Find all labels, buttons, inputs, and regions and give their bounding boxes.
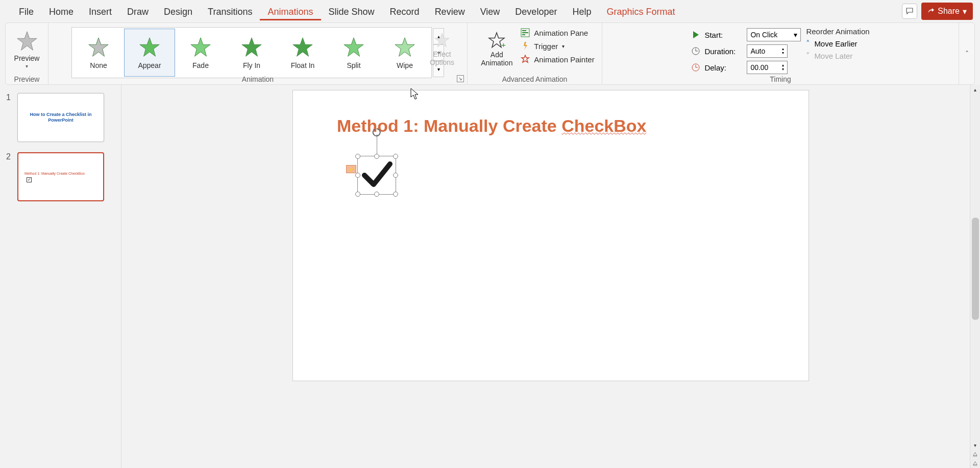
- animation-order-tag[interactable]: ⚡: [346, 165, 356, 173]
- tab-transitions[interactable]: Transitions: [200, 3, 260, 20]
- tab-draw[interactable]: Draw: [119, 3, 156, 20]
- vertical-scrollbar[interactable]: ▴ ▾ ⧋ ⧋: [970, 85, 980, 468]
- duration-spinner[interactable]: Auto ▴▾: [747, 44, 788, 58]
- slide-canvas-area: Method 1: Manually Create CheckBox ⚡: [121, 85, 980, 468]
- add-animation-star-icon: +: [487, 31, 506, 50]
- svg-marker-0: [17, 31, 36, 50]
- animation-item-float-in[interactable]: Float In: [277, 29, 328, 77]
- slide-thumbnail-1[interactable]: How to Create a Checklist in PowerPoint: [17, 93, 104, 142]
- slide-number: 2: [6, 152, 13, 201]
- tab-view[interactable]: View: [473, 3, 508, 20]
- svg-marker-4: [242, 38, 261, 56]
- svg-text:+: +: [501, 40, 506, 49]
- group-label-preview: Preview: [6, 75, 48, 83]
- tab-review[interactable]: Review: [427, 3, 473, 20]
- slide-title[interactable]: Method 1: Manually Create CheckBox: [337, 116, 646, 136]
- group-label-timing: Timing: [602, 75, 959, 83]
- ribbon: Preview ▾ Preview NoneAppearFadeFly InFl…: [5, 22, 975, 85]
- resize-handle[interactable]: [393, 173, 398, 178]
- comment-icon: [905, 7, 914, 15]
- resize-handle[interactable]: [393, 154, 398, 159]
- tab-animations[interactable]: Animations: [260, 3, 321, 20]
- chevron-down-icon: ▾: [562, 43, 565, 49]
- animation-painter-button[interactable]: Animation Painter: [521, 55, 594, 64]
- slide-number: 1: [6, 93, 13, 142]
- reorder-title: Reorder Animation: [806, 27, 869, 36]
- rotation-handle[interactable]: [372, 127, 382, 137]
- slide-thumbnail-2[interactable]: Method 1: Manually Create CheckBox ✓: [17, 152, 104, 201]
- selected-checkmark-object[interactable]: ⚡: [358, 157, 395, 194]
- scroll-up-icon[interactable]: ▴: [970, 85, 980, 94]
- share-button[interactable]: Share ▾: [921, 3, 973, 20]
- slide2-checkbox-icon: ✓: [27, 177, 32, 182]
- svg-marker-3: [191, 38, 210, 56]
- tab-design[interactable]: Design: [156, 3, 200, 20]
- tab-help[interactable]: Help: [565, 3, 599, 20]
- scroll-thumb[interactable]: [972, 218, 979, 320]
- share-label: Share: [938, 7, 960, 16]
- tab-insert[interactable]: Insert: [81, 3, 119, 20]
- resize-handle[interactable]: [355, 173, 360, 178]
- prev-slide-icon[interactable]: ⧋: [970, 450, 980, 459]
- svg-marker-6: [344, 38, 363, 56]
- animation-item-wipe[interactable]: Wipe: [379, 29, 430, 77]
- start-select[interactable]: On Click▾: [747, 28, 801, 41]
- tab-home[interactable]: Home: [41, 3, 81, 20]
- tab-record[interactable]: Record: [382, 3, 427, 20]
- preview-button[interactable]: Preview ▾: [9, 26, 45, 72]
- trigger-button[interactable]: Trigger ▾: [521, 41, 594, 51]
- animation-item-fly-in[interactable]: Fly In: [226, 29, 277, 77]
- group-timing: Start: On Click▾ Duration: Auto ▴▾ Delay…: [602, 23, 959, 84]
- delay-value: 00.00: [750, 63, 768, 72]
- tab-file[interactable]: File: [11, 3, 41, 20]
- tab-slideshow[interactable]: Slide Show: [321, 3, 382, 20]
- scroll-down-icon[interactable]: ▾: [970, 440, 980, 450]
- resize-handle[interactable]: [393, 192, 398, 197]
- animation-pane-icon: [521, 28, 530, 37]
- slide-thumbnail-panel: 1 How to Create a Checklist in PowerPoin…: [0, 85, 121, 468]
- animation-star-icon: [291, 36, 314, 59]
- resize-handle[interactable]: [374, 192, 379, 197]
- move-earlier-button[interactable]: ˄ Move Earlier: [806, 39, 869, 48]
- animation-star-icon: [87, 36, 110, 59]
- svg-rect-13: [522, 32, 528, 33]
- start-value: On Click: [750, 31, 777, 39]
- slide-title-text: Method 1: Manually Create: [337, 116, 561, 135]
- comments-button[interactable]: [902, 4, 917, 19]
- next-slide-icon[interactable]: ⧋: [970, 459, 980, 468]
- resize-handle[interactable]: [355, 154, 360, 159]
- slide-title-underlined: CheckBox: [561, 116, 646, 135]
- animation-star-icon: [138, 36, 161, 59]
- svg-marker-1: [89, 38, 108, 56]
- add-animation-label: Add Animation: [481, 51, 512, 67]
- animation-item-label: Wipe: [397, 61, 413, 69]
- add-animation-button[interactable]: + Add Animation: [475, 26, 519, 72]
- animation-item-label: None: [90, 61, 107, 69]
- svg-marker-2: [140, 38, 159, 56]
- animation-item-fade[interactable]: Fade: [175, 29, 226, 77]
- collapse-ribbon-button[interactable]: ˄: [959, 23, 974, 84]
- animation-painter-label: Animation Painter: [534, 55, 594, 64]
- start-label: Start:: [704, 31, 743, 39]
- animation-item-none[interactable]: None: [73, 29, 124, 77]
- animation-pane-button[interactable]: Animation Pane: [521, 28, 594, 37]
- slide-canvas[interactable]: Method 1: Manually Create CheckBox ⚡: [292, 90, 809, 381]
- svg-rect-14: [522, 34, 525, 35]
- resize-handle[interactable]: [355, 192, 360, 197]
- tab-graphics-format[interactable]: Graphics Format: [599, 3, 682, 20]
- animation-star-icon: [189, 36, 212, 59]
- delay-clock-icon: [691, 63, 700, 72]
- animation-item-label: Split: [347, 61, 360, 69]
- resize-handle[interactable]: [374, 154, 379, 159]
- chevron-down-icon: ▾: [963, 7, 967, 16]
- group-advanced-animation: + Add Animation Animation Pane Trigger ▾…: [468, 23, 602, 84]
- tab-developer[interactable]: Developer: [507, 3, 565, 20]
- animation-item-split[interactable]: Split: [328, 29, 379, 77]
- effect-options-star-icon: [433, 32, 451, 49]
- delay-spinner[interactable]: 00.00 ▴▾: [747, 61, 788, 74]
- delay-label: Delay:: [704, 63, 743, 72]
- group-label-advanced: Advanced Animation: [468, 75, 602, 83]
- animation-item-label: Float In: [291, 61, 315, 69]
- share-icon: [927, 8, 935, 15]
- animation-item-appear[interactable]: Appear: [124, 29, 175, 77]
